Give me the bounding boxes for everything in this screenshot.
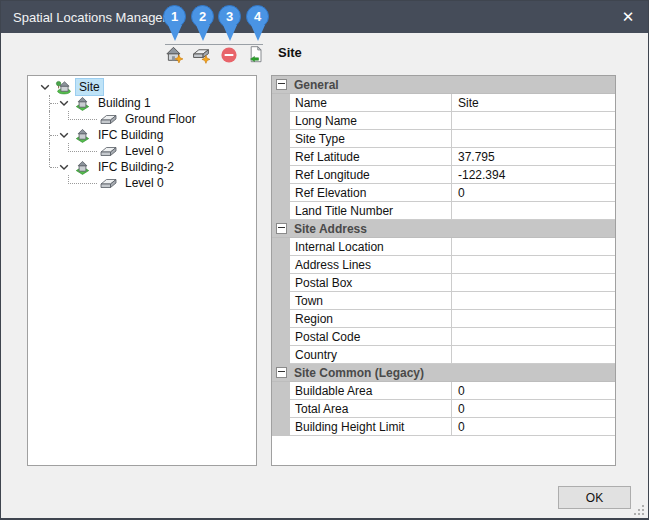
property-row: Postal Box: [272, 274, 615, 292]
row-gutter: [272, 418, 290, 436]
property-value[interactable]: [452, 274, 615, 292]
collapse-icon[interactable]: [276, 367, 287, 378]
tree-item-ground-floor[interactable]: Ground Floor: [28, 111, 256, 127]
callout-pin-3: 3: [218, 5, 241, 41]
chevron-down-icon[interactable]: [59, 162, 70, 172]
add-building-button[interactable]: [165, 46, 184, 66]
row-gutter: [272, 310, 290, 328]
tree-item-ifc-building-2[interactable]: IFC Building-2: [28, 159, 256, 175]
pin-tail-icon: [196, 25, 210, 41]
property-value[interactable]: [452, 112, 615, 130]
property-row: Internal Location: [272, 238, 615, 256]
property-label: Building Height Limit: [290, 418, 452, 436]
property-value[interactable]: 0: [452, 418, 615, 436]
section-title: Site Common (Legacy): [290, 364, 424, 381]
import-button[interactable]: [246, 46, 265, 66]
building-icon: [74, 127, 91, 143]
tree-item-ifc-building[interactable]: IFC Building: [28, 127, 256, 143]
property-label: Land Title Number: [290, 202, 452, 220]
property-label: Site Type: [290, 130, 452, 148]
close-button[interactable]: ✕: [614, 4, 642, 30]
row-gutter: [272, 400, 290, 418]
property-label: Postal Code: [290, 328, 452, 346]
property-value[interactable]: [452, 310, 615, 328]
property-value[interactable]: [452, 256, 615, 274]
property-value[interactable]: [452, 202, 615, 220]
property-value[interactable]: 0: [452, 184, 615, 202]
chevron-down-icon[interactable]: [40, 82, 51, 92]
tree-item-label[interactable]: Level 0: [122, 175, 167, 191]
row-gutter: [272, 166, 290, 184]
tree-connector: [50, 135, 58, 136]
property-value[interactable]: -122.394: [452, 166, 615, 184]
remove-button[interactable]: [219, 46, 238, 66]
property-label: Buildable Area: [290, 382, 452, 400]
tree-connector: [50, 103, 58, 104]
property-value[interactable]: [452, 238, 615, 256]
add-building-icon: [165, 45, 184, 67]
add-storey-icon: [192, 45, 211, 67]
tree-item-label[interactable]: Ground Floor: [122, 111, 199, 127]
tree-item-site[interactable]: Site: [28, 79, 256, 95]
tree-item-label[interactable]: IFC Building-2: [95, 159, 177, 175]
ok-button[interactable]: OK: [558, 486, 631, 509]
tree-item-label[interactable]: Building 1: [95, 95, 154, 111]
chevron-down-icon[interactable]: [59, 130, 70, 140]
property-value[interactable]: Site: [452, 94, 615, 112]
collapse-icon[interactable]: [276, 79, 287, 90]
row-gutter: [272, 238, 290, 256]
property-label: Country: [290, 346, 452, 364]
import-icon: [247, 45, 265, 67]
remove-icon: [220, 46, 238, 67]
property-label: Postal Box: [290, 274, 452, 292]
property-row: Ref Longitude-122.394: [272, 166, 615, 184]
property-value[interactable]: [452, 346, 615, 364]
tree-item-level-0[interactable]: Level 0: [28, 143, 256, 159]
property-value[interactable]: 0: [452, 382, 615, 400]
property-row: Address Lines: [272, 256, 615, 274]
property-row: NameSite: [272, 94, 615, 112]
callout-pin-2: 2: [191, 5, 214, 41]
property-label: Address Lines: [290, 256, 452, 274]
property-value[interactable]: [452, 130, 615, 148]
tree-item-label[interactable]: IFC Building: [95, 127, 166, 143]
callout-pin-4: 4: [246, 5, 269, 41]
property-row: Long Name: [272, 112, 615, 130]
property-label: Ref Longitude: [290, 166, 452, 184]
add-storey-button[interactable]: [192, 46, 211, 66]
storey-icon: [99, 111, 118, 127]
row-gutter: [272, 94, 290, 112]
row-gutter: [272, 274, 290, 292]
property-row: Building Height Limit0: [272, 418, 615, 436]
row-gutter: [272, 256, 290, 274]
tree-item-building-1[interactable]: Building 1: [28, 95, 256, 111]
property-row: Postal Code: [272, 328, 615, 346]
property-label: Ref Elevation: [290, 184, 452, 202]
chevron-down-icon[interactable]: [59, 98, 70, 108]
building-icon: [74, 159, 91, 175]
tree-item-label[interactable]: Site: [76, 79, 103, 95]
row-gutter: [272, 184, 290, 202]
property-label: Town: [290, 292, 452, 310]
property-label: Ref Latitude: [290, 148, 452, 166]
tree-item-level-0[interactable]: Level 0: [28, 175, 256, 191]
storey-icon: [99, 143, 118, 159]
resize-grip[interactable]: [634, 505, 645, 516]
title-bar: Spatial Locations Manager: [1, 1, 648, 33]
property-value[interactable]: [452, 328, 615, 346]
property-label: Long Name: [290, 112, 452, 130]
collapse-icon[interactable]: [276, 223, 287, 234]
row-gutter: [272, 112, 290, 130]
row-gutter: [272, 382, 290, 400]
property-value[interactable]: 0: [452, 400, 615, 418]
property-value[interactable]: 37.795: [452, 148, 615, 166]
spatial-tree: SiteBuilding 1Ground FloorIFC BuildingLe…: [27, 75, 257, 466]
tree-item-label[interactable]: Level 0: [122, 143, 167, 159]
property-row: Ref Elevation0: [272, 184, 615, 202]
property-label: Region: [290, 310, 452, 328]
property-value[interactable]: [452, 292, 615, 310]
row-gutter: [272, 346, 290, 364]
property-grid: GeneralNameSiteLong NameSite TypeRef Lat…: [271, 75, 616, 466]
tree-connector: [68, 143, 97, 152]
section-title: Site Address: [290, 220, 367, 237]
